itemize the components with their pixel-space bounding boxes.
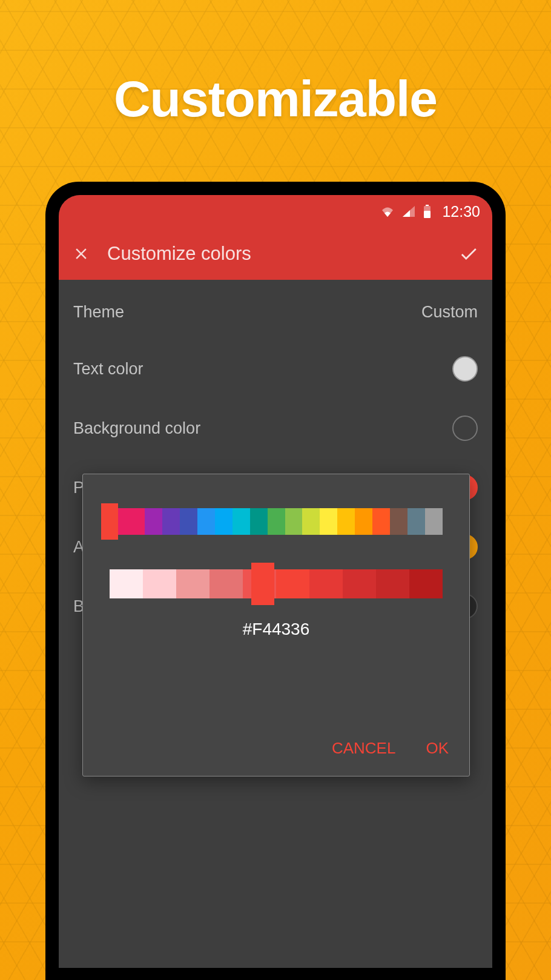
phone-screen: 12:30 Customize colors Theme Custom Text…: [59, 195, 492, 968]
shade-segment[interactable]: [376, 569, 409, 598]
setting-background-color[interactable]: Background color: [59, 399, 492, 458]
hue-segment[interactable]: [268, 508, 285, 535]
hue-segment[interactable]: [355, 508, 372, 535]
shade-thumb[interactable]: [251, 563, 274, 605]
hue-segment[interactable]: [320, 508, 337, 535]
status-bar: 12:30: [59, 195, 492, 228]
hue-segment[interactable]: [162, 508, 180, 535]
setting-label: Theme: [73, 303, 124, 322]
shade-segment[interactable]: [210, 569, 243, 598]
shade-slider[interactable]: [101, 563, 451, 605]
hue-track: [110, 508, 443, 535]
hue-segment[interactable]: [127, 508, 145, 535]
phone-frame: 12:30 Customize colors Theme Custom Text…: [45, 182, 506, 980]
shade-track: [110, 569, 443, 598]
hue-thumb[interactable]: [101, 503, 118, 540]
close-icon[interactable]: [72, 245, 90, 263]
svg-rect-0: [426, 205, 429, 206]
app-bar: Customize colors: [59, 228, 492, 280]
setting-label: Text color: [73, 360, 144, 379]
shade-segment[interactable]: [276, 569, 309, 598]
setting-value: Custom: [421, 303, 478, 322]
cancel-button[interactable]: CANCEL: [329, 734, 398, 763]
hue-segment[interactable]: [407, 508, 425, 535]
setting-theme[interactable]: Theme Custom: [59, 285, 492, 339]
hero-title: Customizable: [0, 70, 551, 128]
hue-segment[interactable]: [180, 508, 197, 535]
ok-button[interactable]: OK: [423, 734, 451, 763]
shade-segment[interactable]: [409, 569, 443, 598]
hue-segment[interactable]: [285, 508, 303, 535]
hue-segment[interactable]: [250, 508, 268, 535]
battery-icon: [423, 205, 431, 218]
shade-segment[interactable]: [143, 569, 176, 598]
app-title: Customize colors: [107, 243, 458, 265]
shade-segment[interactable]: [110, 569, 143, 598]
hue-segment[interactable]: [233, 508, 250, 535]
hue-segment[interactable]: [425, 508, 443, 535]
hue-segment[interactable]: [145, 508, 162, 535]
shade-segment[interactable]: [343, 569, 376, 598]
shade-segment[interactable]: [176, 569, 210, 598]
hue-segment[interactable]: [390, 508, 407, 535]
color-swatch[interactable]: [452, 356, 478, 382]
shade-segment[interactable]: [309, 569, 343, 598]
setting-text-color[interactable]: Text color: [59, 339, 492, 399]
setting-label: Background color: [73, 419, 200, 438]
hue-slider[interactable]: [101, 503, 451, 540]
status-time: 12:30: [442, 203, 480, 220]
check-icon[interactable]: [458, 243, 479, 264]
hue-segment[interactable]: [372, 508, 390, 535]
color-swatch[interactable]: [452, 416, 478, 441]
hue-segment[interactable]: [215, 508, 233, 535]
wifi-icon: [381, 206, 394, 217]
dialog-actions: CANCEL OK: [329, 734, 451, 763]
svg-rect-2: [424, 211, 431, 218]
color-picker-dialog: #F44336 CANCEL OK: [82, 474, 470, 776]
hue-segment[interactable]: [337, 508, 355, 535]
signal-icon: [403, 206, 415, 217]
hue-segment[interactable]: [302, 508, 320, 535]
hex-value: #F44336: [101, 620, 451, 639]
hue-segment[interactable]: [197, 508, 215, 535]
